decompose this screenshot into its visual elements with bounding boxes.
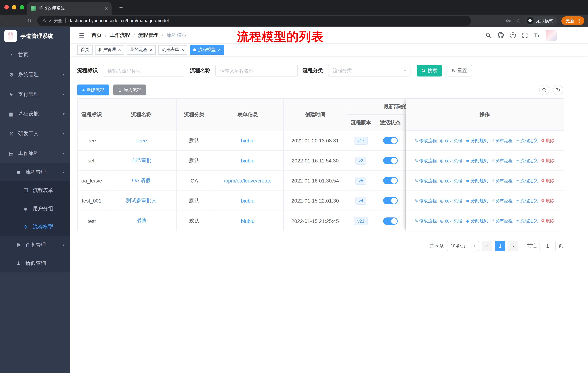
page-size-select[interactable]: 10条/页 ▾ — [447, 241, 479, 251]
form-info-link[interactable]: biubiu — [241, 218, 255, 224]
url-text[interactable]: dashboard.yudao.iocoder.cn/bpm/manager/m… — [69, 18, 169, 23]
user-avatar[interactable] — [546, 30, 557, 40]
nav-tag-3[interactable]: 流程表单× — [158, 45, 187, 54]
tag-close-icon[interactable]: × — [118, 47, 121, 52]
new-tab-button[interactable]: + — [117, 3, 126, 12]
zoom-window-button[interactable] — [20, 5, 24, 10]
bookmark-star-icon[interactable]: ☆ — [516, 18, 521, 24]
action-delete-link[interactable]: ♻删除 — [541, 138, 555, 144]
action-design-link[interactable]: ◎设计流程 — [440, 158, 462, 164]
sidebar-item-process-mgmt[interactable]: ≡流程管理▴ — [0, 163, 70, 181]
fullscreen-icon[interactable] — [522, 32, 528, 38]
active-toggle[interactable] — [383, 217, 398, 225]
process-name-link[interactable]: 测试多审批人 — [126, 197, 157, 204]
close-window-button[interactable] — [4, 5, 9, 10]
sidebar-item-process-form[interactable]: ❐流程表单 — [0, 181, 70, 200]
browser-tab[interactable]: 芋道管理系统 × — [27, 2, 112, 15]
action-assign-link[interactable]: ☻分配规则 — [465, 198, 488, 204]
action-assign-link[interactable]: ☻分配规则 — [465, 218, 488, 224]
nav-tag-0[interactable]: 首页 — [77, 45, 93, 54]
menu-kebab-icon[interactable]: ⋮ — [577, 18, 581, 23]
process-name-link[interactable]: eeee — [136, 138, 147, 143]
search-button[interactable]: 搜索 — [417, 65, 442, 77]
breadcrumb-item[interactable]: 首页 — [92, 32, 102, 39]
active-toggle[interactable] — [383, 137, 398, 144]
search-icon[interactable] — [486, 32, 492, 38]
breadcrumb-item[interactable]: 流程管理 — [138, 32, 158, 39]
nav-tag-2[interactable]: 我的流程× — [127, 45, 156, 54]
chrome-update-button[interactable]: 更新 ⋮ — [561, 16, 584, 25]
process-category-select[interactable]: 流程分类▾ — [328, 65, 410, 77]
sidebar-item-user-group[interactable]: ☻用户分组 — [0, 200, 70, 218]
process-key-input[interactable] — [103, 65, 185, 77]
action-design-link[interactable]: ◎设计流程 — [440, 218, 462, 224]
create-process-button[interactable]: + 新建流程 — [77, 84, 109, 95]
hamburger-icon[interactable] — [77, 31, 85, 39]
form-info-link[interactable]: biubiu — [241, 158, 255, 163]
back-icon[interactable]: ← — [4, 18, 14, 24]
action-design-link[interactable]: ◎设计流程 — [440, 138, 462, 144]
nav-tag-4[interactable]: 流程模型× — [190, 45, 224, 54]
github-icon[interactable] — [498, 32, 504, 38]
action-delete-link[interactable]: ♻删除 — [541, 218, 555, 224]
action-delete-link[interactable]: ♻删除 — [541, 198, 555, 204]
action-definition-link[interactable]: ⚭流程定义 — [516, 178, 538, 184]
tag-close-icon[interactable]: × — [218, 47, 221, 52]
sidebar-item-home[interactable]: ◔首页 — [0, 45, 70, 65]
reload-icon[interactable]: ↻ — [24, 18, 34, 24]
active-toggle[interactable] — [383, 157, 398, 164]
action-edit-link[interactable]: ✎修改流程 — [415, 178, 437, 184]
action-definition-link[interactable]: ⚭流程定义 — [516, 138, 538, 144]
form-info-link[interactable]: biubiu — [241, 198, 255, 204]
action-definition-link[interactable]: ⚭流程定义 — [516, 158, 538, 164]
tag-close-icon[interactable]: × — [181, 47, 184, 52]
action-assign-link[interactable]: ☻分配规则 — [465, 178, 488, 184]
action-assign-link[interactable]: ☻分配规则 — [465, 158, 488, 164]
tag-close-icon[interactable]: × — [150, 47, 152, 52]
active-toggle[interactable] — [383, 197, 398, 204]
action-definition-link[interactable]: ⚭流程定义 — [516, 198, 538, 204]
action-edit-link[interactable]: ✎修改流程 — [415, 158, 437, 164]
sidebar-item-task-mgmt[interactable]: ⚑任务管理▾ — [0, 236, 70, 254]
action-design-link[interactable]: ◎设计流程 — [440, 178, 462, 184]
current-page-button[interactable]: 1 — [495, 241, 505, 251]
action-delete-link[interactable]: ♻删除 — [541, 178, 555, 184]
action-publish-link[interactable]: ☝发布流程 — [492, 198, 513, 204]
action-publish-link[interactable]: ☝发布流程 — [492, 158, 513, 164]
action-assign-link[interactable]: ☻分配规则 — [465, 138, 488, 144]
forward-icon[interactable]: → — [14, 18, 24, 24]
reset-button[interactable]: ↻ 重置 — [447, 65, 472, 77]
help-icon[interactable]: ? — [510, 32, 516, 38]
action-publish-link[interactable]: ☝发布流程 — [492, 138, 513, 144]
action-edit-link[interactable]: ✎修改流程 — [415, 218, 437, 224]
prev-page-button[interactable]: ‹ — [482, 241, 492, 251]
sidebar-item-devtools[interactable]: ⚒研发工具▾ — [0, 124, 70, 143]
nav-tag-1[interactable]: 租户管理× — [95, 45, 124, 54]
next-page-button[interactable]: › — [508, 241, 518, 251]
form-info-link[interactable]: biubiu — [241, 138, 255, 143]
action-publish-link[interactable]: ☝发布流程 — [492, 178, 513, 184]
action-edit-link[interactable]: ✎修改流程 — [415, 138, 437, 144]
security-label[interactable]: 不安全 — [49, 18, 62, 24]
sidebar-item-system[interactable]: ⚙系统管理▾ — [0, 65, 70, 84]
app-logo[interactable]: 芋道管理系统 — [0, 27, 70, 45]
minimize-window-button[interactable] — [12, 5, 16, 10]
goto-page-input[interactable] — [539, 241, 556, 251]
address-bar[interactable]: ⚠ 不安全 dashboard.yudao.iocoder.cn/bpm/man… — [37, 16, 471, 26]
process-name-link[interactable]: 自己审批 — [131, 157, 151, 164]
process-name-link[interactable]: OA 请假 — [132, 177, 151, 184]
import-process-button[interactable]: ↥ 导入流程 — [113, 84, 146, 95]
sidebar-item-payment[interactable]: ¥支付管理▾ — [0, 84, 70, 104]
action-design-link[interactable]: ◎设计流程 — [440, 198, 462, 204]
sidebar-item-leave-query[interactable]: ♟请假查询 — [0, 254, 70, 272]
process-name-link[interactable]: 滔博 — [136, 218, 146, 224]
action-publish-link[interactable]: ☝发布流程 — [492, 218, 513, 224]
font-size-icon[interactable]: TT — [534, 32, 539, 38]
process-name-input[interactable] — [215, 65, 298, 77]
sidebar-item-infra[interactable]: ▣基础设施▾ — [0, 104, 70, 124]
breadcrumb-item[interactable]: 工作流程 — [110, 32, 130, 39]
password-key-icon[interactable] — [506, 18, 512, 24]
action-edit-link[interactable]: ✎修改流程 — [415, 198, 437, 204]
tab-close-icon[interactable]: × — [105, 5, 108, 11]
form-info-link[interactable]: /bpm/oa/leave/create — [224, 178, 272, 184]
